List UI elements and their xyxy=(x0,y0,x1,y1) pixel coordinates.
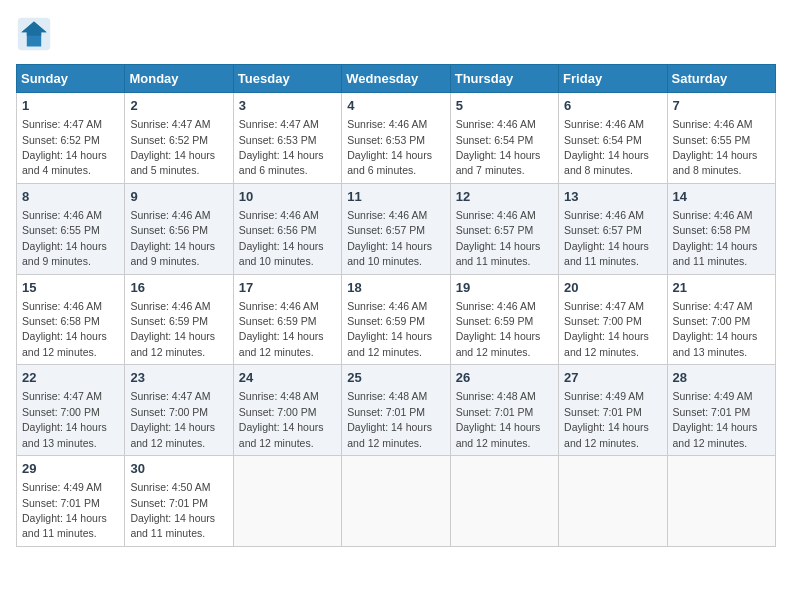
sunset-info: Sunset: 6:59 PM xyxy=(347,315,425,327)
sunrise-info: Sunrise: 4:46 AM xyxy=(239,300,319,312)
daylight-info: Daylight: 14 hours and 11 minutes. xyxy=(673,240,758,267)
daylight-info: Daylight: 14 hours and 5 minutes. xyxy=(130,149,215,176)
day-cell xyxy=(667,456,775,547)
week-row-3: 15 Sunrise: 4:46 AM Sunset: 6:58 PM Dayl… xyxy=(17,274,776,365)
daylight-info: Daylight: 14 hours and 12 minutes. xyxy=(239,330,324,357)
day-cell: 27 Sunrise: 4:49 AM Sunset: 7:01 PM Dayl… xyxy=(559,365,667,456)
day-number: 6 xyxy=(564,97,661,115)
day-cell: 22 Sunrise: 4:47 AM Sunset: 7:00 PM Dayl… xyxy=(17,365,125,456)
day-number: 9 xyxy=(130,188,227,206)
day-cell: 15 Sunrise: 4:46 AM Sunset: 6:58 PM Dayl… xyxy=(17,274,125,365)
day-number: 17 xyxy=(239,279,336,297)
sunrise-info: Sunrise: 4:46 AM xyxy=(239,209,319,221)
daylight-info: Daylight: 14 hours and 12 minutes. xyxy=(347,330,432,357)
header-sunday: Sunday xyxy=(17,65,125,93)
sunset-info: Sunset: 6:57 PM xyxy=(456,224,534,236)
day-cell: 1 Sunrise: 4:47 AM Sunset: 6:52 PM Dayli… xyxy=(17,93,125,184)
daylight-info: Daylight: 14 hours and 11 minutes. xyxy=(564,240,649,267)
day-cell: 26 Sunrise: 4:48 AM Sunset: 7:01 PM Dayl… xyxy=(450,365,558,456)
sunrise-info: Sunrise: 4:46 AM xyxy=(673,118,753,130)
day-cell: 14 Sunrise: 4:46 AM Sunset: 6:58 PM Dayl… xyxy=(667,183,775,274)
day-cell: 21 Sunrise: 4:47 AM Sunset: 7:00 PM Dayl… xyxy=(667,274,775,365)
day-cell: 28 Sunrise: 4:49 AM Sunset: 7:01 PM Dayl… xyxy=(667,365,775,456)
daylight-info: Daylight: 14 hours and 12 minutes. xyxy=(130,330,215,357)
sunset-info: Sunset: 7:01 PM xyxy=(347,406,425,418)
calendar-header: SundayMondayTuesdayWednesdayThursdayFrid… xyxy=(17,65,776,93)
day-number: 11 xyxy=(347,188,444,206)
day-number: 29 xyxy=(22,460,119,478)
sunrise-info: Sunrise: 4:46 AM xyxy=(456,300,536,312)
daylight-info: Daylight: 14 hours and 9 minutes. xyxy=(22,240,107,267)
header-wednesday: Wednesday xyxy=(342,65,450,93)
sunset-info: Sunset: 6:56 PM xyxy=(130,224,208,236)
day-cell: 17 Sunrise: 4:46 AM Sunset: 6:59 PM Dayl… xyxy=(233,274,341,365)
day-number: 12 xyxy=(456,188,553,206)
daylight-info: Daylight: 14 hours and 12 minutes. xyxy=(239,421,324,448)
day-number: 24 xyxy=(239,369,336,387)
week-row-5: 29 Sunrise: 4:49 AM Sunset: 7:01 PM Dayl… xyxy=(17,456,776,547)
day-cell: 5 Sunrise: 4:46 AM Sunset: 6:54 PM Dayli… xyxy=(450,93,558,184)
sunrise-info: Sunrise: 4:49 AM xyxy=(22,481,102,493)
day-cell: 7 Sunrise: 4:46 AM Sunset: 6:55 PM Dayli… xyxy=(667,93,775,184)
sunset-info: Sunset: 7:01 PM xyxy=(130,497,208,509)
sunset-info: Sunset: 6:59 PM xyxy=(456,315,534,327)
sunset-info: Sunset: 6:57 PM xyxy=(347,224,425,236)
sunset-info: Sunset: 6:54 PM xyxy=(456,134,534,146)
sunset-info: Sunset: 6:53 PM xyxy=(347,134,425,146)
daylight-info: Daylight: 14 hours and 4 minutes. xyxy=(22,149,107,176)
sunset-info: Sunset: 6:52 PM xyxy=(22,134,100,146)
sunrise-info: Sunrise: 4:46 AM xyxy=(130,209,210,221)
sunrise-info: Sunrise: 4:46 AM xyxy=(22,209,102,221)
header-monday: Monday xyxy=(125,65,233,93)
sunrise-info: Sunrise: 4:48 AM xyxy=(239,390,319,402)
sunset-info: Sunset: 7:00 PM xyxy=(130,406,208,418)
sunset-info: Sunset: 6:58 PM xyxy=(673,224,751,236)
sunset-info: Sunset: 7:00 PM xyxy=(239,406,317,418)
daylight-info: Daylight: 14 hours and 9 minutes. xyxy=(130,240,215,267)
daylight-info: Daylight: 14 hours and 13 minutes. xyxy=(673,330,758,357)
daylight-info: Daylight: 14 hours and 12 minutes. xyxy=(673,421,758,448)
sunset-info: Sunset: 7:00 PM xyxy=(564,315,642,327)
day-cell: 25 Sunrise: 4:48 AM Sunset: 7:01 PM Dayl… xyxy=(342,365,450,456)
daylight-info: Daylight: 14 hours and 12 minutes. xyxy=(564,330,649,357)
sunset-info: Sunset: 6:57 PM xyxy=(564,224,642,236)
sunset-info: Sunset: 7:01 PM xyxy=(22,497,100,509)
daylight-info: Daylight: 14 hours and 12 minutes. xyxy=(456,421,541,448)
sunrise-info: Sunrise: 4:47 AM xyxy=(239,118,319,130)
day-cell: 6 Sunrise: 4:46 AM Sunset: 6:54 PM Dayli… xyxy=(559,93,667,184)
calendar-body: 1 Sunrise: 4:47 AM Sunset: 6:52 PM Dayli… xyxy=(17,93,776,547)
daylight-info: Daylight: 14 hours and 11 minutes. xyxy=(456,240,541,267)
daylight-info: Daylight: 14 hours and 8 minutes. xyxy=(673,149,758,176)
sunrise-info: Sunrise: 4:47 AM xyxy=(22,118,102,130)
sunrise-info: Sunrise: 4:48 AM xyxy=(456,390,536,402)
sunrise-info: Sunrise: 4:46 AM xyxy=(347,300,427,312)
day-cell: 2 Sunrise: 4:47 AM Sunset: 6:52 PM Dayli… xyxy=(125,93,233,184)
sunset-info: Sunset: 7:01 PM xyxy=(564,406,642,418)
day-cell: 23 Sunrise: 4:47 AM Sunset: 7:00 PM Dayl… xyxy=(125,365,233,456)
header-row: SundayMondayTuesdayWednesdayThursdayFrid… xyxy=(17,65,776,93)
daylight-info: Daylight: 14 hours and 10 minutes. xyxy=(347,240,432,267)
daylight-info: Daylight: 14 hours and 12 minutes. xyxy=(130,421,215,448)
day-cell: 24 Sunrise: 4:48 AM Sunset: 7:00 PM Dayl… xyxy=(233,365,341,456)
sunrise-info: Sunrise: 4:47 AM xyxy=(564,300,644,312)
sunrise-info: Sunrise: 4:46 AM xyxy=(673,209,753,221)
sunset-info: Sunset: 6:52 PM xyxy=(130,134,208,146)
week-row-4: 22 Sunrise: 4:47 AM Sunset: 7:00 PM Dayl… xyxy=(17,365,776,456)
day-number: 5 xyxy=(456,97,553,115)
sunset-info: Sunset: 6:54 PM xyxy=(564,134,642,146)
sunset-info: Sunset: 6:58 PM xyxy=(22,315,100,327)
daylight-info: Daylight: 14 hours and 12 minutes. xyxy=(564,421,649,448)
daylight-info: Daylight: 14 hours and 6 minutes. xyxy=(239,149,324,176)
daylight-info: Daylight: 14 hours and 12 minutes. xyxy=(456,330,541,357)
sunrise-info: Sunrise: 4:47 AM xyxy=(673,300,753,312)
daylight-info: Daylight: 14 hours and 7 minutes. xyxy=(456,149,541,176)
sunrise-info: Sunrise: 4:46 AM xyxy=(564,118,644,130)
logo-icon xyxy=(16,16,52,52)
calendar-table: SundayMondayTuesdayWednesdayThursdayFrid… xyxy=(16,64,776,547)
day-number: 1 xyxy=(22,97,119,115)
daylight-info: Daylight: 14 hours and 10 minutes. xyxy=(239,240,324,267)
day-number: 19 xyxy=(456,279,553,297)
sunset-info: Sunset: 6:55 PM xyxy=(673,134,751,146)
sunset-info: Sunset: 7:01 PM xyxy=(456,406,534,418)
day-number: 25 xyxy=(347,369,444,387)
